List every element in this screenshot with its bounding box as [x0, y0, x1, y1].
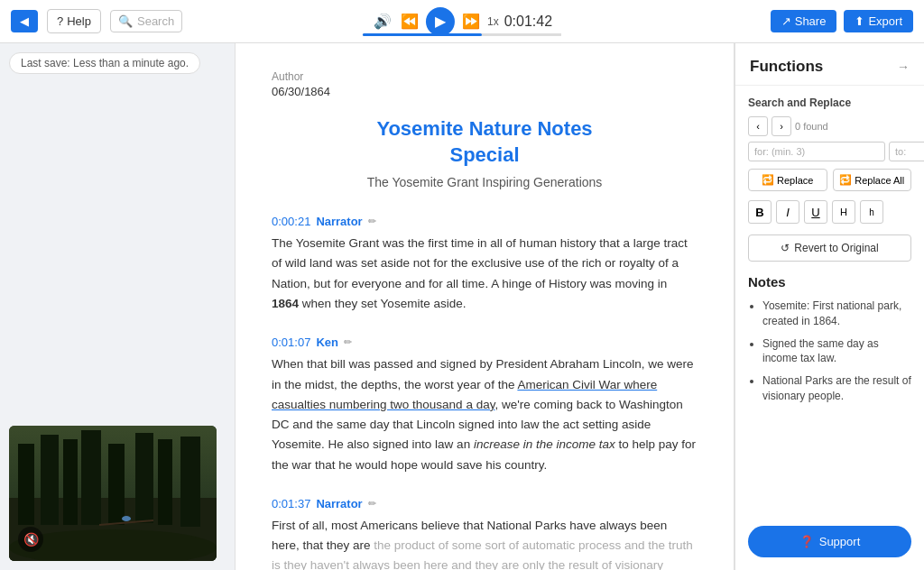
sr-inputs [748, 142, 911, 161]
svg-rect-2 [18, 444, 34, 525]
replace-all-button[interactable]: 🔁 Replace All [833, 169, 912, 191]
svg-rect-4 [63, 439, 78, 525]
svg-rect-6 [108, 444, 125, 525]
bold-button[interactable]: B [748, 200, 772, 224]
svg-rect-3 [41, 435, 59, 525]
search-icon: 🔍 [118, 14, 133, 28]
heading-small-button[interactable]: h [860, 200, 883, 224]
search-replace-nav: ‹ › 0 found [748, 116, 911, 136]
rewind-button[interactable]: ⏪ [399, 11, 420, 32]
for-input[interactable] [748, 142, 885, 161]
audio-player: 🔊 ⏪ ▶ ⏩ 1x 0:01:42 [372, 7, 552, 36]
transcript-text-1: The Yosemite Grant was the first time in… [272, 234, 698, 314]
video-mute-icon[interactable]: 🔇 [18, 527, 43, 552]
svg-rect-8 [158, 439, 172, 525]
document-subtitle: The Yosemite Grant Inspiring Generations [272, 175, 698, 189]
timer-display: 0:01:42 [504, 14, 552, 30]
speaker-edit-icon-2[interactable]: ✏ [344, 336, 352, 348]
note-item-1: Yosemite: First national park, created i… [762, 299, 911, 329]
notes-title: Notes [748, 274, 911, 290]
to-input[interactable] [889, 142, 924, 161]
transcript-block-1: 0:00:21 Narrator ✏ The Yosemite Grant wa… [272, 215, 698, 314]
progress-fill [363, 33, 482, 36]
topbar: ◀ ? Help 🔍 Search 🔊 ⏪ ▶ ⏩ 1x 0:01:42 ↗ S… [0, 0, 924, 43]
video-thumbnail[interactable]: 🔇 [9, 426, 217, 561]
note-item-3: National Parks are the result of visiona… [762, 373, 911, 404]
replace-all-icon: 🔁 [839, 174, 852, 186]
export-button[interactable]: ⬆ Export [844, 10, 913, 32]
revert-icon: ↺ [781, 242, 790, 254]
strikethrough-span: the product of some sort of automatic pr… [272, 538, 693, 570]
speaker-edit-icon-1[interactable]: ✏ [368, 216, 376, 227]
play-button[interactable]: ▶ [426, 7, 455, 36]
italic-span: increase in the income tax [474, 437, 615, 451]
sr-prev-button[interactable]: ‹ [748, 116, 768, 136]
ts-header-3: 0:01:37 Narrator ✏ [272, 497, 698, 510]
revert-button[interactable]: ↺ Revert to Original [748, 234, 911, 262]
sr-next-button[interactable]: › [772, 116, 791, 136]
svg-rect-9 [180, 437, 200, 527]
ts-header-2: 0:01:07 Ken ✏ [272, 336, 698, 349]
center-panel: Author 06/30/1864 Yosemite Nature Notes … [235, 43, 735, 570]
italic-button[interactable]: I [776, 200, 799, 224]
timestamp-3[interactable]: 0:01:37 [272, 497, 310, 510]
note-item-2: Signed the same day as income tax law. [762, 336, 911, 367]
functions-header: Functions → [735, 43, 924, 86]
replace-icon: 🔁 [762, 174, 774, 186]
question-icon: ? [57, 14, 63, 28]
notes-list: Yosemite: First national park, created i… [748, 299, 911, 404]
help-button[interactable]: ? Help [47, 9, 101, 33]
timestamp-2[interactable]: 0:01:07 [272, 336, 310, 349]
format-buttons: B I U H h [748, 200, 911, 224]
progress-bar[interactable] [363, 33, 561, 36]
transcript-block-3: 0:01:37 Narrator ✏ First of all, most Am… [272, 497, 698, 570]
replace-button[interactable]: 🔁 Replace [748, 169, 827, 191]
speed-badge: 1x [487, 15, 499, 28]
notes-section: Notes Yosemite: First national park, cre… [748, 274, 911, 404]
forward-button[interactable]: ⏩ [460, 11, 482, 32]
share-icon: ↗ [781, 14, 791, 28]
transcript-text-3: First of all, most Americans believe tha… [272, 516, 698, 570]
back-icon: ◀ [20, 14, 29, 28]
back-button[interactable]: ◀ [11, 10, 38, 32]
svg-rect-5 [81, 430, 101, 525]
save-status: Last save: Less than a minute ago. [9, 52, 200, 74]
functions-title: Functions [750, 58, 823, 76]
search-replace-label: Search and Replace [748, 97, 911, 109]
document-title: Yosemite Nature Notes Special [272, 116, 698, 168]
svg-rect-7 [135, 433, 153, 523]
right-panel: Functions → Search and Replace ‹ › 0 fou… [735, 43, 924, 570]
speaker-2: Ken [316, 336, 338, 349]
search-box[interactable]: 🔍 Search [110, 10, 182, 32]
audio-controls: 🔊 ⏪ ▶ ⏩ 1x 0:01:42 [372, 7, 552, 36]
support-icon: ❓ [799, 535, 814, 548]
speaker-3: Narrator [316, 497, 362, 510]
underline-button[interactable]: U [804, 200, 827, 224]
author-date: 06/30/1864 [272, 85, 698, 98]
transcript-text-2: When that bill was passed and signed by … [272, 354, 698, 475]
timestamp-1[interactable]: 0:00:21 [272, 215, 310, 228]
topbar-actions: ↗ Share ⬆ Export [771, 10, 913, 32]
functions-expand-icon[interactable]: → [897, 60, 910, 74]
volume-button[interactable]: 🔊 [372, 11, 393, 32]
support-button[interactable]: ❓ Support [748, 526, 911, 557]
heading-large-button[interactable]: H [832, 200, 855, 224]
svg-point-11 [122, 516, 131, 521]
underline-span: American Civil War where casualties numb… [272, 378, 657, 411]
speaker-edit-icon-3[interactable]: ✏ [368, 498, 376, 510]
replace-buttons: 🔁 Replace 🔁 Replace All [748, 169, 911, 191]
speaker-1: Narrator [316, 215, 362, 228]
share-button[interactable]: ↗ Share [771, 10, 837, 32]
transcript-block-2: 0:01:07 Ken ✏ When that bill was passed … [272, 336, 698, 475]
functions-body: Search and Replace ‹ › 0 found 🔁 Replace… [735, 86, 924, 526]
main-area: Last save: Less than a minute ago. [0, 43, 924, 570]
author-label: Author [272, 70, 698, 83]
export-icon: ⬆ [855, 14, 864, 28]
left-panel: Last save: Less than a minute ago. [0, 43, 235, 570]
ts-header-1: 0:00:21 Narrator ✏ [272, 215, 698, 228]
sr-count: 0 found [795, 121, 828, 132]
